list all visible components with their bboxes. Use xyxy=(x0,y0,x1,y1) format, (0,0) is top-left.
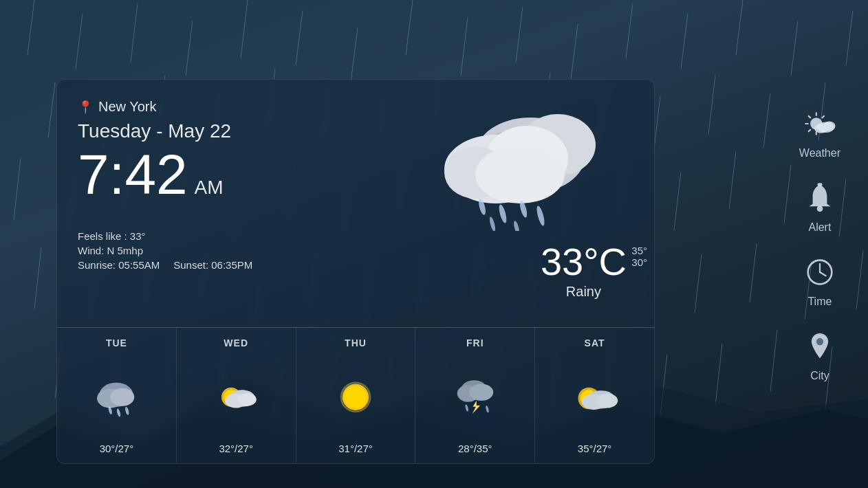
bell-icon xyxy=(802,180,838,216)
forecast-day-sat: SAT 35°/27° xyxy=(535,328,654,464)
svg-point-115 xyxy=(596,393,618,408)
forecast-day-fri: FRI 28°/35° xyxy=(415,328,535,464)
background: .rs { stroke: rgba(160,200,240,0.3); str… xyxy=(0,0,868,488)
svg-line-121 xyxy=(808,116,810,118)
svg-point-110 xyxy=(485,405,489,412)
feels-like-text: Feels like : 33° xyxy=(78,230,325,242)
sunset-text: Sunset: 06:35PM xyxy=(173,259,252,271)
forecast-temps-sat: 35°/27° xyxy=(578,443,612,454)
svg-line-5 xyxy=(296,10,303,65)
sidebar-label-weather: Weather xyxy=(799,147,840,159)
forecast-icon-sat xyxy=(571,372,619,420)
svg-point-95 xyxy=(116,408,121,417)
sidebar-label-city: City xyxy=(810,370,829,382)
day-name-fri: FRI xyxy=(466,337,484,348)
ampm-display: AM xyxy=(195,177,224,199)
weather-icon xyxy=(802,106,838,142)
svg-line-7 xyxy=(406,0,413,55)
location-name: New York xyxy=(98,99,157,115)
svg-line-59 xyxy=(695,254,702,313)
day-name-thu: THU xyxy=(345,337,367,348)
forecast-icon-thu xyxy=(332,372,380,420)
svg-line-14 xyxy=(791,21,798,76)
location-pin-icon: 📍 xyxy=(78,100,93,115)
forecast-temps-thu: 31°/27° xyxy=(338,443,373,454)
svg-point-109 xyxy=(464,403,468,411)
forecast-temps-fri: 28°/35° xyxy=(458,443,492,454)
day-name-tue: TUE xyxy=(106,337,127,348)
card-right: 33°C 35° 30° Rainy xyxy=(346,80,654,327)
svg-line-31 xyxy=(14,158,21,220)
condition-text: Rainy xyxy=(541,284,627,300)
current-temp: 33°C xyxy=(541,239,627,284)
svg-point-128 xyxy=(817,206,823,212)
svg-line-11 xyxy=(626,3,633,58)
svg-point-103 xyxy=(345,386,367,408)
svg-line-6 xyxy=(351,27,358,82)
wind-text: Wind: N 5mhp xyxy=(78,245,325,256)
weather-card: 📍 New York Tuesday - May 22 7:42 AM Feel… xyxy=(56,79,655,464)
svg-line-62 xyxy=(856,251,863,309)
forecast-row: TUE 30°/27° WED xyxy=(57,328,654,464)
svg-rect-129 xyxy=(817,183,822,186)
temp-minmax: 35° 30° xyxy=(631,245,647,268)
svg-line-9 xyxy=(516,7,523,62)
weather-cloud-svg xyxy=(420,93,599,231)
svg-marker-108 xyxy=(472,401,479,414)
day-name-sat: SAT xyxy=(585,337,605,348)
svg-line-28 xyxy=(708,76,715,134)
current-temp-area: 33°C 35° 30° Rainy xyxy=(541,239,627,300)
forecast-temps-wed: 32°/27° xyxy=(219,443,253,454)
temp-high: 35° xyxy=(631,245,647,256)
svg-point-84 xyxy=(475,146,565,203)
svg-line-124 xyxy=(808,130,810,132)
svg-line-16 xyxy=(48,82,55,137)
svg-point-107 xyxy=(469,384,493,401)
svg-line-29 xyxy=(763,93,770,148)
svg-point-90 xyxy=(513,221,521,231)
sun-row: Sunrise: 05:55AM Sunset: 06:35PM xyxy=(78,259,325,271)
svg-line-44 xyxy=(729,151,736,210)
svg-point-88 xyxy=(535,205,545,226)
svg-point-96 xyxy=(124,406,129,415)
forecast-temps-tue: 30°/27° xyxy=(100,443,134,454)
sidebar-label-time: Time xyxy=(807,296,832,308)
svg-line-2 xyxy=(131,3,138,62)
svg-point-133 xyxy=(816,338,823,345)
sidebar-item-city[interactable]: City xyxy=(802,329,838,382)
location-row: 📍 New York xyxy=(78,99,325,115)
svg-point-127 xyxy=(823,122,835,131)
sidebar-item-time[interactable]: Time xyxy=(802,254,838,308)
svg-line-47 xyxy=(34,247,41,309)
time-display: 7:42 xyxy=(78,146,188,203)
svg-line-132 xyxy=(820,272,826,276)
forecast-icon-wed xyxy=(212,372,260,420)
svg-line-0 xyxy=(28,0,34,55)
forecast-icon-fri xyxy=(451,372,499,420)
sidebar-item-alert[interactable]: Alert xyxy=(802,180,838,234)
forecast-icon-tue xyxy=(92,372,140,420)
svg-line-4 xyxy=(241,0,248,58)
card-left: 📍 New York Tuesday - May 22 7:42 AM Feel… xyxy=(57,80,346,327)
svg-line-60 xyxy=(750,244,757,302)
day-name-wed: WED xyxy=(224,337,248,348)
svg-line-1 xyxy=(76,14,83,69)
svg-line-45 xyxy=(784,165,791,223)
weather-details: Feels like : 33° Wind: N 5mhp Sunrise: 0… xyxy=(78,230,325,271)
forecast-day-wed: WED 32°/27° xyxy=(177,328,296,464)
time-row: 7:42 AM xyxy=(78,146,325,203)
forecast-day-thu: THU 31°/27° xyxy=(296,328,416,464)
svg-line-123 xyxy=(822,116,824,118)
svg-point-89 xyxy=(488,217,496,231)
sidebar: Weather Alert Time C xyxy=(799,106,840,382)
forecast-day-tue: TUE 30°/27° xyxy=(57,328,177,464)
temp-low: 30° xyxy=(631,256,647,268)
svg-line-15 xyxy=(846,10,853,65)
svg-line-43 xyxy=(674,172,681,230)
svg-point-93 xyxy=(111,388,135,406)
city-pin-icon xyxy=(802,329,838,364)
svg-line-12 xyxy=(681,14,688,69)
sidebar-label-alert: Alert xyxy=(808,221,831,234)
date-display: Tuesday - May 22 xyxy=(78,120,325,142)
sidebar-item-weather[interactable]: Weather xyxy=(799,106,840,159)
